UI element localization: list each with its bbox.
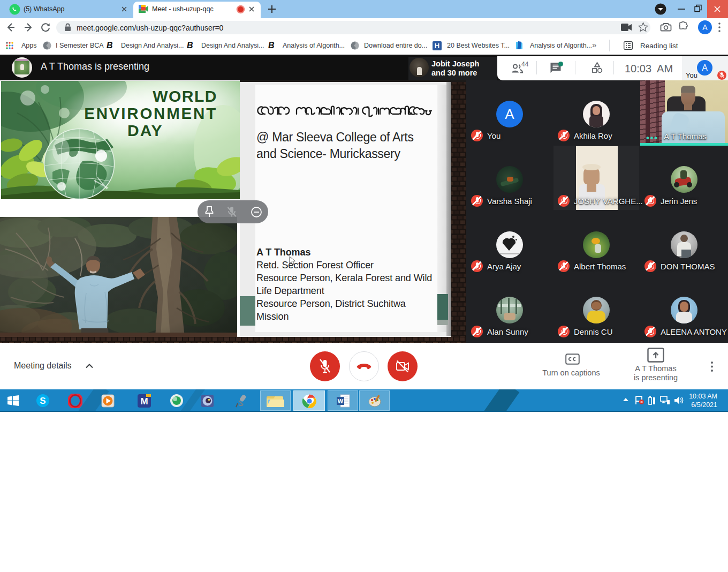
svg-text:S: S [40,396,46,406]
svg-text:M: M [140,396,148,407]
svg-text:DAY: DAY [127,122,163,139]
svg-text:W: W [338,398,344,404]
svg-text:WORLD: WORLD [153,87,217,105]
svg-text:ENVIRONMENT: ENVIRONMENT [84,104,217,122]
